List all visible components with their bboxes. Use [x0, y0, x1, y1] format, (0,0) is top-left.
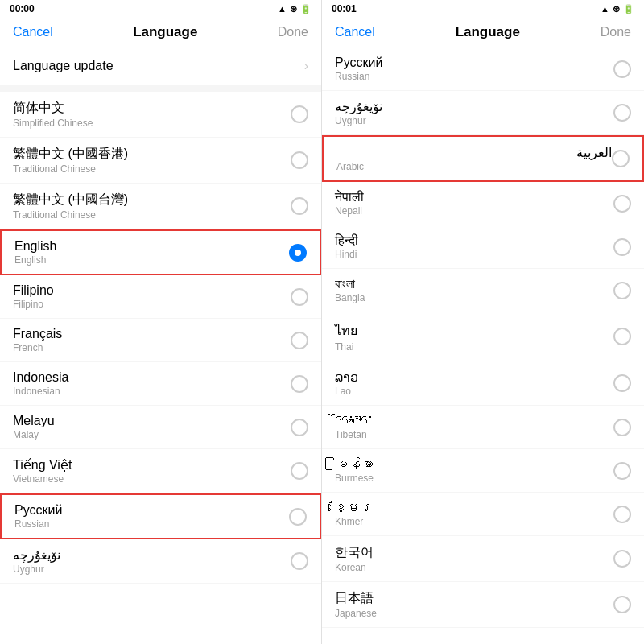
list-item-khmer[interactable]: ខ្មែរ Khmer: [322, 493, 644, 536]
item-sub-korean: Korean: [335, 562, 613, 573]
list-item-burmese[interactable]: မြန်မာ Burmese: [322, 449, 644, 493]
list-item-malay[interactable]: Melayu Malay: [0, 406, 321, 449]
item-sub-thai: Thai: [335, 341, 613, 353]
radio-korean[interactable]: [613, 550, 631, 568]
right-panel: 00:01 ▲ ⊛ 🔋 Cancel Language Done Русский…: [322, 0, 644, 644]
item-sub-uyghur: Uyghur: [13, 564, 291, 575]
item-sub-trad-tw: Traditional Chinese: [13, 209, 291, 221]
list-item-russian[interactable]: Русский Russian: [0, 493, 321, 539]
item-name-khmer: ខ្មែរ: [335, 501, 613, 515]
list-item-uyghur-top[interactable]: نۆيغۇرچە Uyghur: [322, 91, 644, 135]
list-item-tibetan[interactable]: བོད་སྐད་ Tibetan: [322, 406, 644, 449]
item-name-english: English: [14, 239, 289, 254]
item-name-vietnamese: Tiếng Việt: [13, 457, 291, 473]
item-name-hindi: हिन्दी: [335, 233, 613, 248]
item-name-bangla: বাংলা: [335, 277, 613, 291]
item-sub-indonesia: Indonesian: [13, 386, 291, 397]
language-update-item[interactable]: Language update ›: [0, 47, 321, 85]
radio-japanese[interactable]: [613, 596, 631, 613]
left-panel: 00:00 ▲ ⊛ 🔋 Cancel Language Done Languag…: [0, 0, 322, 644]
item-sub-russian-top: Russian: [335, 71, 613, 82]
item-sub-hindi: Hindi: [335, 249, 613, 260]
wifi-icon-left: ⊛: [290, 4, 297, 14]
item-sub-trad-hk: Traditional Chinese: [13, 163, 291, 175]
item-sub-simplified-chinese: Simplified Chinese: [13, 118, 291, 129]
signal-icon-right: ▲: [601, 4, 609, 14]
item-name-indonesia: Indonesia: [13, 370, 291, 385]
list-item-russian-top[interactable]: Русский Russian: [322, 47, 644, 91]
radio-vietnamese[interactable]: [291, 462, 308, 480]
radio-tibetan[interactable]: [613, 419, 631, 436]
item-name-uyghur-top: نۆيغۇرچە: [335, 99, 613, 114]
radio-trad-tw[interactable]: [291, 197, 308, 215]
item-name-japanese: 日本語: [335, 590, 613, 607]
time-right: 00:01: [332, 3, 357, 14]
item-sub-japanese: Japanese: [335, 608, 613, 619]
list-item-thai[interactable]: ไทย Thai: [322, 312, 644, 361]
item-name-trad-tw: 繁體中文 (中國台灣): [13, 192, 291, 208]
radio-malay[interactable]: [291, 419, 308, 436]
item-sub-french: French: [13, 342, 291, 353]
done-button-left[interactable]: Done: [278, 25, 308, 39]
list-item-japanese[interactable]: 日本語 Japanese: [322, 582, 644, 628]
list-item-korean[interactable]: 한국어 Korean: [322, 536, 644, 582]
item-name-trad-hk: 繁體中文 (中國香港): [13, 146, 291, 163]
radio-arabic[interactable]: [612, 150, 630, 167]
list-item-vietnamese[interactable]: Tiếng Việt Vietnamese: [0, 449, 321, 493]
item-name-burmese: မြန်မာ: [335, 457, 613, 472]
radio-burmese[interactable]: [613, 462, 631, 480]
radio-lao[interactable]: [613, 374, 631, 392]
radio-french[interactable]: [291, 332, 308, 349]
list-item-simplified-chinese[interactable]: 简体中文 Simplified Chinese: [0, 92, 321, 138]
wifi-icon-right: ⊛: [613, 4, 620, 14]
list-item-lao[interactable]: ລາວ Lao: [322, 361, 644, 406]
cancel-button-right[interactable]: Cancel: [335, 25, 375, 39]
radio-russian-top[interactable]: [613, 60, 631, 78]
list-item-arabic[interactable]: العربية Arabic: [322, 135, 644, 182]
radio-uyghur[interactable]: [291, 552, 308, 570]
nav-bar-right: Cancel Language Done: [322, 18, 644, 47]
radio-bangla[interactable]: [613, 282, 631, 299]
list-item-trad-hk[interactable]: 繁體中文 (中國香港) Traditional Chinese: [0, 138, 321, 184]
done-button-right[interactable]: Done: [601, 25, 631, 39]
list-item-bangla[interactable]: বাংলা Bangla: [322, 269, 644, 312]
item-name-arabic: العربية: [336, 145, 612, 160]
list-item-english[interactable]: English English: [0, 229, 321, 275]
radio-russian[interactable]: [289, 508, 307, 526]
radio-khmer[interactable]: [613, 506, 631, 523]
radio-simplified-chinese[interactable]: [291, 105, 308, 123]
list-item-hindi[interactable]: हिन्दी Hindi: [322, 225, 644, 269]
list-item-indonesia[interactable]: Indonesia Indonesian: [0, 362, 321, 406]
list-item-french[interactable]: Français French: [0, 319, 321, 362]
battery-icon-left: 🔋: [300, 4, 312, 14]
radio-filipino[interactable]: [291, 288, 308, 306]
radio-trad-hk[interactable]: [291, 151, 308, 169]
radio-indonesia[interactable]: [291, 375, 308, 393]
radio-thai[interactable]: [613, 328, 631, 345]
item-sub-uyghur-top: Uyghur: [335, 115, 613, 126]
item-name-lao: ລາວ: [335, 369, 613, 385]
list-item-trad-tw[interactable]: 繁體中文 (中國台灣) Traditional Chinese: [0, 184, 321, 229]
radio-nepali[interactable]: [613, 195, 631, 213]
signal-icon-left: ▲: [278, 4, 287, 14]
item-name-simplified-chinese: 简体中文: [13, 100, 291, 117]
list-item-filipino[interactable]: Filipino Filipino: [0, 275, 321, 319]
item-sub-khmer: Khmer: [335, 516, 613, 527]
item-sub-nepali: Nepali: [335, 205, 613, 217]
list-item-nepali[interactable]: नेपाली Nepali: [322, 182, 644, 225]
status-bar-right: 00:01 ▲ ⊛ 🔋: [322, 0, 644, 18]
cancel-button-left[interactable]: Cancel: [13, 25, 53, 39]
item-name-uyghur: نۆيغۇرچە: [13, 547, 291, 563]
radio-uyghur-top[interactable]: [613, 104, 631, 122]
nav-title-left: Language: [133, 24, 197, 40]
item-sub-malay: Malay: [13, 429, 291, 440]
item-name-tibetan: བོད་སྐད་: [335, 414, 613, 428]
item-name-nepali: नेपाली: [335, 190, 613, 204]
item-name-malay: Melayu: [13, 414, 291, 428]
item-sub-tibetan: Tibetan: [335, 429, 613, 440]
language-list-left: Language update › 简体中文 Simplified Chines…: [0, 47, 321, 644]
radio-english[interactable]: [289, 244, 307, 262]
arrow-icon: ›: [304, 59, 308, 73]
radio-hindi[interactable]: [613, 238, 631, 256]
list-item-uyghur[interactable]: نۆيغۇرچە Uyghur: [0, 539, 321, 584]
